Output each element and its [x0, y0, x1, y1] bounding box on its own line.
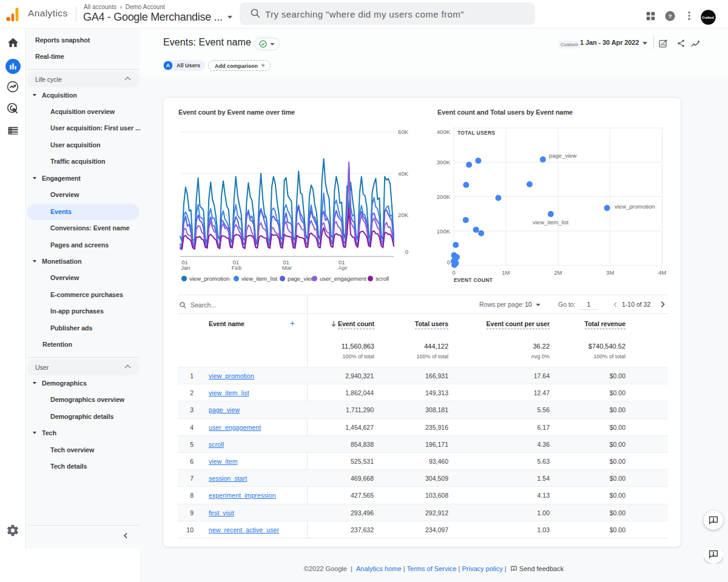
- svg-text:0: 0: [447, 259, 450, 266]
- svg-text:view_promotion: view_promotion: [615, 203, 655, 210]
- svg-text:40K: 40K: [398, 170, 409, 177]
- svg-text:2M: 2M: [554, 269, 562, 276]
- svg-text:TOTAL USERS: TOTAL USERS: [457, 130, 495, 136]
- svg-text:3M: 3M: [606, 269, 614, 276]
- svg-text:20K: 20K: [398, 212, 409, 218]
- svg-text:Mar: Mar: [282, 264, 292, 271]
- svg-text:0: 0: [405, 249, 408, 255]
- svg-text:view_item_list: view_item_list: [533, 219, 568, 226]
- svg-text:60K: 60K: [398, 129, 409, 135]
- svg-text:?: ?: [668, 13, 672, 19]
- svg-text:Apr: Apr: [339, 264, 348, 271]
- svg-text:page_view: page_view: [549, 152, 577, 159]
- svg-text:200K: 200K: [437, 193, 451, 200]
- svg-text:Jan: Jan: [181, 264, 190, 271]
- svg-text:Crafted.: Crafted.: [702, 16, 715, 19]
- svg-text:1M: 1M: [502, 269, 510, 276]
- svg-text:400K: 400K: [437, 129, 451, 135]
- svg-text:300K: 300K: [437, 159, 451, 166]
- svg-text:EVENT COUNT: EVENT COUNT: [454, 277, 493, 283]
- svg-text:100K: 100K: [437, 228, 451, 235]
- svg-text:Feb: Feb: [232, 264, 241, 271]
- svg-text:0: 0: [452, 269, 455, 276]
- svg-text:A: A: [166, 62, 170, 69]
- svg-text:4M: 4M: [658, 269, 666, 276]
